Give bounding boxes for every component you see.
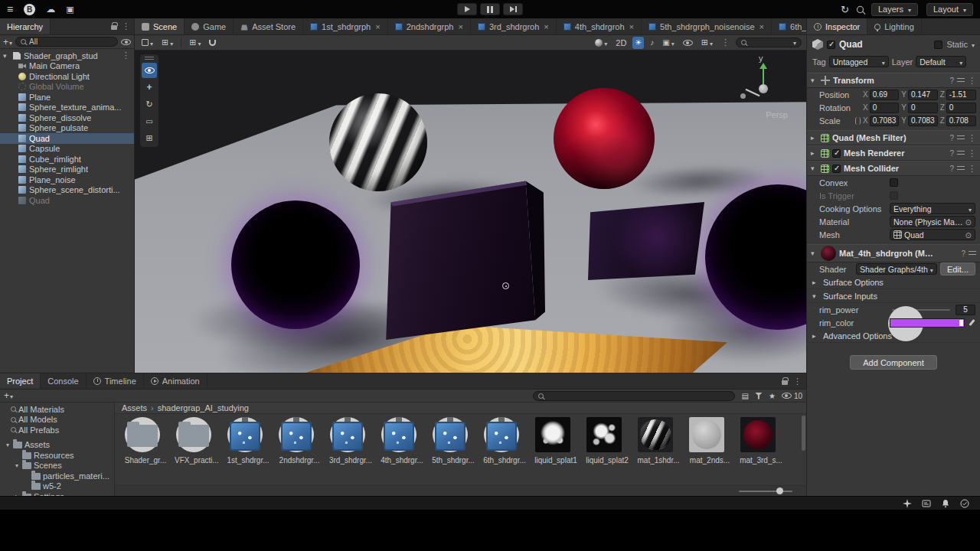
scene-lighting-toggle[interactable] (632, 37, 644, 49)
tab-timeline[interactable]: Timeline (87, 373, 144, 389)
help-icon[interactable] (949, 134, 954, 142)
help-icon[interactable] (949, 77, 954, 85)
hierarchy-search-input[interactable]: All (15, 37, 118, 47)
hierarchy-item[interactable]: Sphere_texture_anima... (0, 103, 134, 113)
gizmo-hub[interactable] (759, 84, 768, 93)
foldout-icon[interactable] (811, 149, 818, 157)
favorite-item[interactable]: All Materials (0, 404, 114, 415)
eyedropper-icon[interactable] (968, 319, 975, 327)
scene-search-input[interactable] (736, 37, 802, 47)
tab-hierarchy[interactable]: Hierarchy (0, 18, 51, 34)
asset-item[interactable]: 2ndshdrgr... (275, 419, 324, 485)
snap-toggle[interactable] (207, 37, 218, 49)
step-button[interactable] (503, 3, 523, 15)
close-tab-icon[interactable] (760, 22, 764, 31)
y-field[interactable]: Y0 (901, 103, 937, 113)
tab-animation[interactable]: Animation (144, 373, 207, 389)
rotate-tool-button[interactable] (142, 96, 157, 112)
static-checkbox[interactable] (934, 41, 942, 49)
x-field[interactable]: X0.69 (863, 90, 899, 100)
rim-power-slider[interactable] (892, 309, 950, 311)
view-tab[interactable]: Game (185, 18, 234, 34)
help-icon[interactable] (961, 249, 965, 258)
rect-tool-button[interactable] (142, 113, 157, 129)
asset-item[interactable]: 6th_shdrgr... (480, 419, 529, 485)
transform-tool-button[interactable] (142, 130, 157, 145)
overlay-drag-handle[interactable] (145, 57, 154, 60)
layout-dropdown[interactable]: Layout (926, 3, 973, 16)
hierarchy-item[interactable]: Plane_noise (0, 174, 134, 185)
mesh-renderer-header[interactable]: Mesh Renderer (807, 145, 980, 161)
folder-item[interactable]: w5-2 (0, 481, 114, 492)
asset-item[interactable]: 4th_shdrgr... (377, 419, 426, 485)
breadcrumb-root[interactable]: Assets (122, 403, 147, 412)
object-picker-icon[interactable] (965, 217, 972, 227)
hierarchy-item[interactable]: Quad (0, 133, 134, 144)
close-tab-icon[interactable] (458, 22, 462, 31)
physic-material-object-field[interactable]: None (Physic Materi (890, 216, 975, 227)
preset-icon[interactable] (957, 165, 965, 171)
folder-item[interactable]: Scenes (0, 461, 114, 471)
surface-inputs-foldout[interactable]: Surface Inputs (807, 289, 980, 303)
foldout-icon[interactable] (811, 249, 818, 257)
project-search-input[interactable] (533, 391, 735, 401)
filter-icon[interactable] (755, 393, 763, 399)
light-gizmo-icon[interactable] (502, 282, 509, 289)
component-menu-icon[interactable] (968, 164, 976, 174)
cloud-services-icon[interactable] (46, 5, 55, 14)
move-tool-button[interactable] (142, 80, 157, 95)
undo-history-icon[interactable] (841, 5, 849, 15)
asset-item[interactable]: 1st_shdrgr... (224, 419, 273, 485)
panel-menu-icon[interactable] (122, 21, 130, 31)
projection-label[interactable]: Persp (760, 110, 788, 119)
tab-project[interactable]: Project (0, 373, 41, 389)
object-picker-icon[interactable] (965, 230, 972, 240)
x-field[interactable]: X0 (863, 103, 899, 113)
scene-viewport[interactable]: y Persp (135, 51, 806, 373)
asset-item[interactable]: VFX_practi... (172, 419, 221, 485)
foldout-icon[interactable] (14, 462, 20, 469)
slider-thumb[interactable] (776, 487, 783, 494)
asset-item[interactable]: mat_2nds... (685, 419, 734, 485)
asset-item[interactable]: Shader_gr... (121, 419, 170, 485)
view-tab[interactable]: 2ndshdrgrph (388, 18, 471, 34)
folder-item[interactable]: particles_materi... (0, 471, 114, 481)
hierarchy-item[interactable]: Capsule (0, 144, 134, 155)
window-icon[interactable] (66, 5, 74, 14)
panel-menu-icon[interactable] (793, 377, 802, 386)
foldout-icon[interactable] (3, 52, 10, 60)
hierarchy-item[interactable]: Plane (0, 92, 134, 103)
view-tab[interactable]: 5th_shdrgrph_noisenoise (642, 18, 772, 34)
material-header[interactable]: Mat_4th_shdrgroh (Material (807, 244, 980, 262)
status-ok-icon[interactable] (960, 499, 969, 508)
add-component-button[interactable]: Add Component (850, 355, 937, 370)
toggle-2d-button[interactable]: 2D (613, 37, 629, 49)
z-field[interactable]: Z-1.51 (940, 90, 976, 100)
gameobject-name[interactable]: Quad (839, 39, 863, 50)
preset-icon[interactable] (957, 135, 965, 141)
y-field[interactable]: Y0.147 (901, 90, 937, 100)
close-tab-icon[interactable] (375, 22, 380, 31)
lock-icon[interactable] (782, 380, 788, 385)
hierarchy-item[interactable]: Sphere_rimlight (0, 165, 134, 175)
quad-mesh[interactable] (588, 202, 704, 280)
mesh-collider-header[interactable]: Mesh Collider (807, 161, 980, 176)
search-icon[interactable] (857, 5, 864, 12)
hierarchy-item[interactable]: Quad (0, 195, 134, 206)
foldout-icon[interactable] (811, 165, 818, 172)
scene-visibility-icon[interactable] (121, 39, 131, 45)
view-tab[interactable]: 1st_shdrgrph (303, 18, 388, 34)
x-axis-ball[interactable] (740, 93, 746, 99)
console-status-icon[interactable] (922, 499, 931, 508)
play-button[interactable] (457, 3, 477, 15)
lock-icon[interactable] (111, 25, 117, 30)
layers-dropdown[interactable]: Layers (871, 3, 918, 16)
breadcrumb-current[interactable]: shadergrap_AI_studying (158, 403, 249, 412)
audio-toggle[interactable] (648, 37, 656, 49)
close-tab-icon[interactable] (629, 22, 634, 31)
create-asset-button[interactable] (4, 390, 13, 401)
foldout-icon[interactable] (811, 77, 818, 84)
x-field[interactable]: X0.7083 (863, 116, 899, 126)
component-menu-icon[interactable] (968, 133, 976, 143)
preset-icon[interactable] (957, 150, 965, 156)
